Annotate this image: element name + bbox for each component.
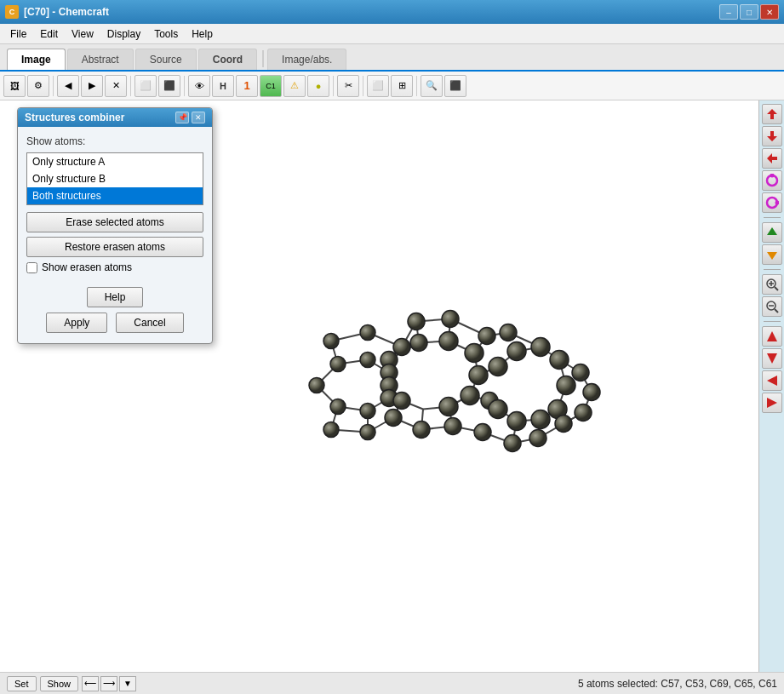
list-item-only-a[interactable]: Only structure A: [27, 153, 203, 170]
menu-view[interactable]: View: [65, 26, 100, 43]
svg-line-113: [775, 287, 778, 290]
svg-point-84: [465, 343, 484, 362]
tb-1[interactable]: 1: [236, 75, 258, 97]
rotate-cw-button[interactable]: [762, 192, 782, 213]
tb-h[interactable]: H: [212, 75, 234, 97]
svg-point-103: [572, 364, 589, 381]
set-button[interactable]: Set: [7, 676, 37, 691]
nav-down-red[interactable]: [762, 348, 782, 369]
svg-marker-122: [767, 398, 777, 408]
minimize-button[interactable]: –: [719, 4, 738, 20]
cancel-button[interactable]: Cancel: [116, 313, 183, 333]
svg-point-109: [775, 201, 779, 205]
status-nav: ⟵ ⟶ ▼: [82, 676, 136, 691]
canvas-area[interactable]: Structures combiner 📌 ✕ Show atoms: Only…: [0, 100, 758, 672]
close-button[interactable]: ✕: [760, 4, 779, 20]
svg-point-76: [408, 313, 425, 330]
rotate-left-button[interactable]: [762, 148, 782, 169]
dialog-action-footer: Apply Cancel: [26, 309, 203, 335]
menu-file[interactable]: File: [3, 26, 33, 43]
show-button[interactable]: Show: [40, 676, 79, 691]
svg-point-102: [555, 415, 572, 432]
prev-arrow-button[interactable]: ⟵: [82, 676, 99, 691]
tb-c1[interactable]: C1: [260, 75, 282, 97]
rotate-up-button[interactable]: [762, 104, 782, 124]
svg-point-99: [550, 350, 569, 369]
svg-line-117: [775, 309, 778, 313]
svg-point-87: [474, 423, 491, 440]
tab-imageabs[interactable]: Image/abs.: [267, 49, 346, 70]
tb-forward[interactable]: ▶: [81, 75, 103, 97]
menu-edit[interactable]: Edit: [33, 26, 65, 43]
tb-measure[interactable]: ⬛: [444, 75, 466, 97]
tb-select[interactable]: ⚙: [27, 75, 49, 97]
tb-box1[interactable]: ⬜: [134, 75, 157, 97]
svg-point-78: [413, 421, 430, 438]
tb-screenshot[interactable]: 🖼: [3, 75, 26, 97]
svg-point-74: [393, 338, 410, 355]
tab-abstract[interactable]: Abstract: [67, 49, 134, 70]
status-bar: Set Show ⟵ ⟶ ▼ 5 atoms selected: C57, C5…: [0, 672, 784, 694]
rotate-right-button[interactable]: [762, 170, 782, 191]
svg-point-75: [393, 392, 410, 409]
move-up-button[interactable]: [762, 222, 782, 243]
dialog-body: Show atoms: Only structure A Only struct…: [18, 127, 212, 343]
svg-point-96: [531, 337, 550, 356]
restore-erased-atoms-button[interactable]: Restore erasen atoms: [26, 237, 203, 257]
tb-box2[interactable]: ⬛: [158, 75, 180, 97]
show-erased-checkbox[interactable]: [26, 262, 37, 273]
maximize-button[interactable]: □: [740, 4, 758, 20]
app-icon: C: [5, 5, 19, 19]
rotate-down-button[interactable]: [762, 126, 782, 146]
tb-frame2[interactable]: ⊞: [391, 75, 413, 97]
svg-point-94: [507, 341, 526, 360]
zoom-out-button[interactable]: [762, 296, 782, 317]
svg-point-81: [442, 310, 459, 327]
menu-display[interactable]: Display: [100, 26, 147, 43]
nav-right-red[interactable]: [762, 393, 782, 413]
tb-back[interactable]: ◀: [57, 75, 79, 97]
list-item-only-b[interactable]: Only structure B: [27, 170, 203, 187]
erase-selected-atoms-button[interactable]: Erase selected atoms: [26, 212, 203, 232]
svg-point-104: [583, 383, 600, 400]
app-title: [C70] - Chemcraft: [24, 6, 109, 18]
svg-marker-111: [767, 252, 777, 260]
dialog-footer: Help: [26, 284, 203, 309]
svg-point-86: [461, 386, 479, 404]
tab-source[interactable]: Source: [135, 49, 197, 70]
tab-coord[interactable]: Coord: [198, 49, 257, 70]
dialog-title-bar[interactable]: Structures combiner 📌 ✕: [18, 108, 212, 127]
nav-left-red[interactable]: [762, 370, 782, 391]
svg-point-88: [478, 327, 495, 344]
menu-help[interactable]: Help: [185, 26, 220, 43]
move-down-button[interactable]: [762, 244, 782, 265]
zoom-in-button[interactable]: [762, 274, 782, 295]
svg-point-69: [360, 424, 375, 439]
structures-combiner-dialog: Structures combiner 📌 ✕ Show atoms: Only…: [17, 107, 213, 344]
help-button[interactable]: Help: [87, 287, 144, 307]
tb-select2[interactable]: ✂: [337, 75, 359, 97]
tb-close[interactable]: ✕: [105, 75, 127, 97]
dialog-close-button[interactable]: ✕: [192, 112, 205, 123]
tb-warn[interactable]: ⚠: [283, 75, 306, 97]
dropdown-arrow-button[interactable]: ▼: [119, 676, 136, 691]
list-item-both[interactable]: Both structures: [27, 187, 203, 204]
tb-eye[interactable]: 👁: [188, 75, 210, 97]
tb-sep1: [53, 76, 54, 96]
svg-point-66: [323, 333, 339, 348]
tb-frame1[interactable]: ⬜: [367, 75, 389, 97]
next-arrow-button[interactable]: ⟶: [100, 676, 117, 691]
dialog-pin-button[interactable]: 📌: [175, 112, 189, 123]
nav-up-red[interactable]: [762, 326, 782, 347]
svg-point-107: [770, 174, 774, 178]
tb-zoom[interactable]: 🔍: [421, 75, 443, 97]
menu-tools[interactable]: Tools: [147, 26, 185, 43]
apply-button[interactable]: Apply: [46, 313, 107, 333]
svg-marker-119: [767, 331, 777, 341]
tb-circle[interactable]: ●: [307, 75, 329, 97]
menu-bar: File Edit View Display Tools Help: [0, 24, 784, 44]
molecule-svg: [270, 274, 636, 496]
tab-bar: Image Abstract Source Coord Image/abs.: [0, 44, 784, 72]
tab-image[interactable]: Image: [7, 49, 66, 70]
title-bar: C [C70] - Chemcraft – □ ✕: [0, 0, 784, 24]
